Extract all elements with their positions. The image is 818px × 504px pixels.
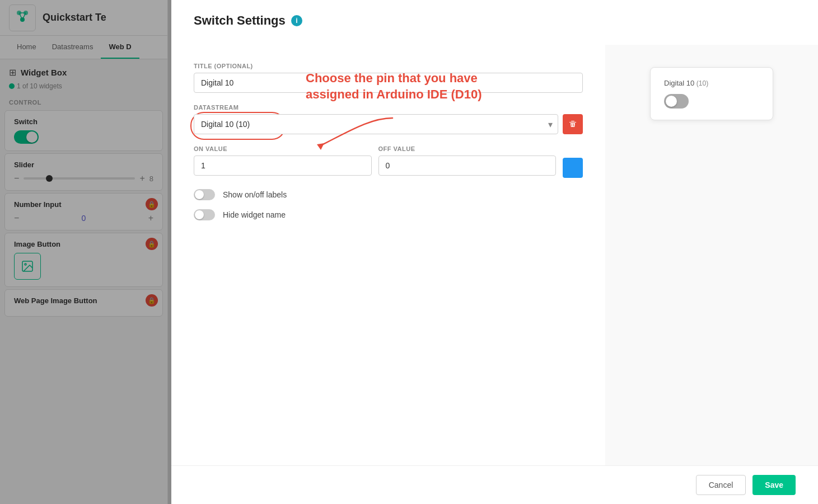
title-form-group: TITLE (OPTIONAL) (194, 63, 583, 93)
datastream-select-wrapper: Digital 10 (10) ▾ (194, 114, 558, 134)
preview-toggle-knob (666, 96, 677, 107)
off-value-label: OFF VALUE (378, 145, 557, 152)
modal-body: TITLE (OPTIONAL) Datastream Digital 10 (… (171, 45, 818, 465)
title-input[interactable] (194, 73, 583, 93)
value-row: ON VALUE OFF VALUE (194, 145, 583, 178)
datastream-form-group: Datastream Digital 10 (10) ▾ (194, 104, 583, 134)
show-labels-toggle[interactable] (194, 189, 215, 200)
delete-datastream-button[interactable] (563, 114, 583, 134)
show-labels-knob (195, 190, 204, 199)
hide-name-knob (195, 210, 204, 219)
hide-name-label: Hide widget name (223, 210, 286, 219)
modal-form-panel: TITLE (OPTIONAL) Datastream Digital 10 (… (171, 45, 605, 465)
preview-title-main: Digital 10 (664, 79, 694, 87)
modal-footer: Cancel Save (171, 465, 818, 504)
datastream-select[interactable]: Digital 10 (10) (194, 114, 558, 134)
preview-card-title: Digital 10 (10) (664, 79, 759, 87)
modal-preview-panel: Digital 10 (10) (605, 45, 818, 465)
hide-name-toggle[interactable] (194, 209, 215, 220)
on-value-group: ON VALUE (194, 145, 372, 176)
save-button[interactable]: Save (752, 475, 796, 495)
preview-toggle-switch[interactable] (664, 94, 689, 109)
modal-title-row: Switch Settings i (171, 0, 818, 28)
on-value-input[interactable] (194, 156, 372, 176)
datastream-row: Digital 10 (10) ▾ (194, 114, 583, 134)
preview-title-sub: (10) (697, 79, 708, 87)
color-picker-button[interactable] (563, 158, 583, 178)
switch-settings-modal: Switch Settings i TITLE (OPTIONAL) Datas… (171, 0, 818, 504)
off-value-input[interactable] (378, 156, 557, 176)
cancel-button[interactable]: Cancel (696, 475, 746, 495)
preview-card: Digital 10 (10) (650, 67, 773, 120)
info-icon[interactable]: i (291, 15, 302, 26)
modal-overlay: Switch Settings i TITLE (OPTIONAL) Datas… (0, 0, 818, 504)
off-value-group: OFF VALUE (378, 145, 557, 176)
on-value-label: ON VALUE (194, 145, 372, 152)
show-labels-label: Show on/off labels (223, 190, 287, 199)
title-label: TITLE (OPTIONAL) (194, 63, 583, 69)
modal-title: Switch Settings (194, 13, 286, 28)
hide-name-toggle-row: Hide widget name (194, 209, 583, 220)
show-labels-toggle-row: Show on/off labels (194, 189, 583, 200)
datastream-label: Datastream (194, 104, 583, 111)
